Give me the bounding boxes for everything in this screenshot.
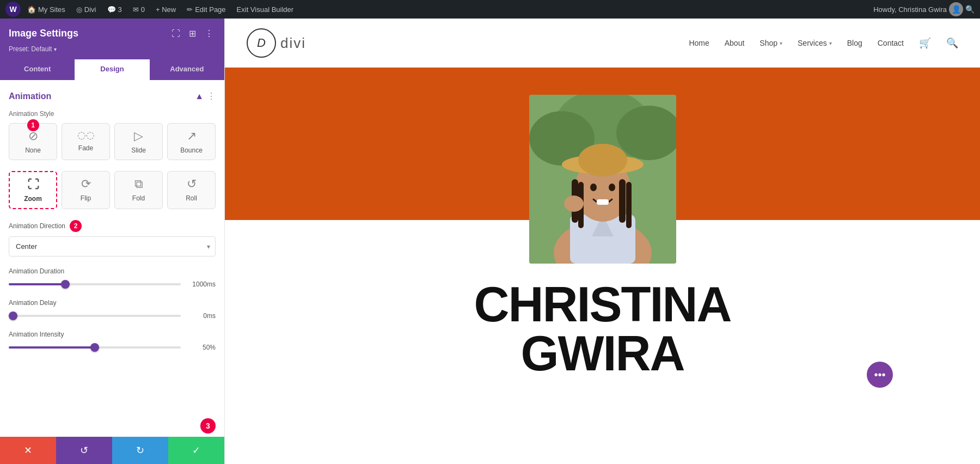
- wp-icon[interactable]: W: [5, 2, 21, 17]
- tab-design[interactable]: Design: [75, 59, 149, 80]
- animation-section-header: Animation ▲ ⋮: [9, 91, 216, 101]
- anim-option-zoom[interactable]: ⛶ Zoom: [9, 171, 57, 209]
- delay-slider-track[interactable]: [9, 315, 181, 317]
- chat-bubble-button[interactable]: •••: [867, 362, 893, 388]
- tab-content[interactable]: Content: [0, 59, 75, 80]
- search-nav-icon[interactable]: 🔍: [946, 37, 958, 49]
- fade-icon: ◌◌: [77, 129, 95, 141]
- animation-title: Animation: [9, 91, 51, 101]
- resize-icon[interactable]: ⛶: [169, 27, 182, 41]
- duration-slider-fill: [9, 283, 65, 285]
- exit-builder-link[interactable]: Exit Visual Builder: [232, 0, 298, 19]
- my-sites-link[interactable]: 🏠 My Sites: [23, 0, 70, 19]
- animation-intensity-field: Animation Intensity 50%: [9, 331, 216, 351]
- svg-point-10: [578, 144, 627, 176]
- nav-about[interactable]: About: [725, 39, 745, 47]
- main-wrapper: Image Settings ⛶ ⊞ ⋮ Preset: Default Con…: [0, 19, 980, 464]
- hero-firstname: CHRISTINA: [474, 280, 731, 329]
- duration-slider-container: 1000ms: [9, 280, 216, 288]
- anim-option-fade[interactable]: ◌◌ Fade: [62, 123, 110, 160]
- duration-label: Animation Duration: [9, 267, 216, 275]
- direction-select[interactable]: Center Top Bottom Left Right: [9, 236, 216, 257]
- intensity-label: Animation Intensity: [9, 331, 216, 338]
- redo-button[interactable]: ↻: [112, 437, 168, 464]
- bounce-icon: ↗: [187, 129, 197, 143]
- grid-icon[interactable]: ⊞: [187, 26, 198, 41]
- intensity-slider-thumb[interactable]: [90, 343, 99, 352]
- hero-section: CHRISTINA GWIRA •••: [225, 68, 980, 464]
- reset-button[interactable]: ↺: [56, 437, 112, 464]
- intensity-slider-fill: [9, 346, 95, 349]
- panel-header-top: Image Settings ⛶ ⊞ ⋮: [9, 26, 216, 41]
- duration-slider-track[interactable]: [9, 283, 181, 285]
- anim-option-none[interactable]: 1 ⊘ None: [9, 123, 57, 160]
- hero-image-container: [529, 95, 676, 264]
- panel-tabs: Content Design Advanced: [0, 59, 224, 80]
- section-menu-button[interactable]: ⋮: [207, 91, 216, 101]
- new-link[interactable]: + New: [151, 0, 180, 19]
- nav-blog[interactable]: Blog: [847, 39, 862, 47]
- nav-home[interactable]: Home: [689, 39, 709, 47]
- animation-style-label: Animation Style: [9, 110, 216, 118]
- logo-icon: D: [247, 28, 276, 58]
- delay-slider-thumb[interactable]: [9, 312, 17, 320]
- nav-services[interactable]: Services: [798, 39, 832, 47]
- zoom-icon: ⛶: [27, 178, 39, 192]
- delay-value: 0ms: [187, 312, 216, 320]
- svg-rect-17: [597, 199, 609, 205]
- svg-rect-13: [619, 179, 626, 223]
- fold-icon: ⧉: [134, 177, 143, 191]
- nav-contact[interactable]: Contact: [878, 39, 904, 47]
- hero-lastname: GWIRA: [521, 329, 684, 378]
- delay-label: Animation Delay: [9, 299, 216, 307]
- user-avatar[interactable]: 👤: [949, 2, 963, 16]
- anim-option-flip[interactable]: ⟳ Flip: [62, 171, 110, 209]
- intensity-value: 50%: [187, 344, 216, 351]
- cancel-button[interactable]: ✕: [0, 437, 56, 464]
- roll-icon: ↺: [187, 177, 197, 191]
- divi-icon: ◎: [76, 5, 82, 14]
- animation-delay-field: Animation Delay 0ms: [9, 299, 216, 320]
- admin-bar-right: Howdy, Christina Gwira 👤 🔍: [873, 2, 975, 16]
- cart-icon[interactable]: 🛒: [919, 37, 931, 49]
- panel-header-icons: ⛶ ⊞ ⋮: [169, 26, 216, 41]
- collapse-button[interactable]: ▲: [195, 91, 204, 101]
- admin-bar: W 🏠 My Sites ◎ Divi 💬 3 ✉ 0 + New ✏ Edit…: [0, 0, 980, 19]
- search-icon[interactable]: 🔍: [965, 5, 975, 14]
- duration-slider-thumb[interactable]: [61, 280, 70, 289]
- tab-advanced[interactable]: Advanced: [150, 59, 224, 80]
- settings-panel: Image Settings ⛶ ⊞ ⋮ Preset: Default Con…: [0, 19, 225, 464]
- site-preview: D divi Home About Shop Services Blog Con…: [225, 19, 980, 464]
- divi-link[interactable]: ◎ Divi: [72, 0, 101, 19]
- preset-label[interactable]: Preset: Default: [9, 45, 216, 53]
- animation-style-row2: ⛶ Zoom ⟳ Flip ⧉ Fold ↺ Roll: [9, 171, 216, 209]
- intensity-slider-track[interactable]: [9, 346, 181, 349]
- delay-slider-container: 0ms: [9, 312, 216, 320]
- svg-rect-14: [626, 182, 632, 228]
- svg-point-18: [564, 196, 584, 212]
- edit-page-link[interactable]: ✏ Edit Page: [182, 0, 230, 19]
- anim-option-roll[interactable]: ↺ Roll: [167, 171, 216, 209]
- panel-content: Animation ▲ ⋮ Animation Style 1 ⊘ None ◌…: [0, 80, 224, 437]
- greeting-text: Howdy, Christina Gwira: [873, 5, 947, 14]
- anim-option-slide[interactable]: ▷ Slide: [114, 123, 163, 160]
- flip-icon: ⟳: [81, 177, 91, 191]
- anim-option-bounce[interactable]: ↗ Bounce: [167, 123, 216, 160]
- comments-link[interactable]: 💬 3: [103, 0, 126, 19]
- person-photo: [529, 95, 676, 264]
- site-logo: D divi: [247, 28, 306, 58]
- messages-link[interactable]: ✉ 0: [128, 0, 149, 19]
- animation-duration-field: Animation Duration 1000ms: [9, 267, 216, 288]
- animation-style-row1: 1 ⊘ None ◌◌ Fade ▷ Slide ↗ Bounce: [9, 123, 216, 160]
- more-options-icon[interactable]: ⋮: [203, 26, 216, 41]
- nav-shop[interactable]: Shop: [759, 39, 782, 47]
- nav-links: Home About Shop Services Blog Contact 🛒 …: [689, 37, 958, 49]
- save-button[interactable]: ✓: [168, 437, 224, 464]
- badge-2: 2: [70, 220, 82, 232]
- intensity-slider-container: 50%: [9, 344, 216, 351]
- anim-option-fold[interactable]: ⧉ Fold: [114, 171, 163, 209]
- comment-icon: 💬: [107, 5, 116, 14]
- message-icon: ✉: [133, 5, 139, 14]
- home-icon: 🏠: [27, 5, 36, 14]
- panel-actions: ✕ ↺ ↻ ✓: [0, 437, 224, 464]
